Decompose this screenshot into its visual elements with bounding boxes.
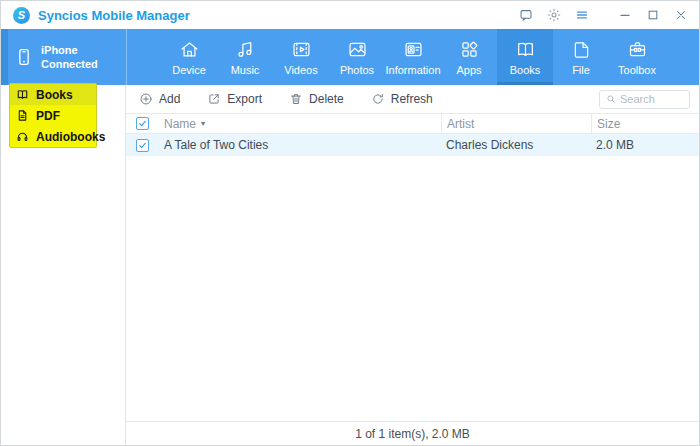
table-header: Name ▾ Artist Size <box>126 113 699 134</box>
tab-label: Books <box>510 64 541 76</box>
row-checkbox[interactable] <box>136 139 149 152</box>
cell-name: A Tale of Two Cities <box>159 138 441 152</box>
tab-file[interactable]: File <box>553 29 609 85</box>
tab-photos[interactable]: Photos <box>329 29 385 85</box>
tab-label: Toolbox <box>618 64 656 76</box>
feedback-icon[interactable] <box>517 7 534 24</box>
column-header-name[interactable]: Name ▾ <box>159 114 441 133</box>
refresh-arrow-icon <box>371 92 385 106</box>
sidebar-item-books[interactable]: Books <box>10 84 96 105</box>
column-header-artist[interactable]: Artist <box>441 114 591 133</box>
tab-device[interactable]: Device <box>161 29 217 85</box>
folder-page-icon <box>571 39 592 60</box>
device-panel[interactable]: iPhone Connected <box>1 29 126 85</box>
tab-label: Videos <box>284 64 317 76</box>
settings-gear-icon[interactable] <box>545 7 562 24</box>
home-icon <box>179 39 200 60</box>
open-book-icon <box>515 39 536 60</box>
app-window: S Syncios Mobile Manager <box>0 0 700 446</box>
close-icon[interactable] <box>672 7 689 24</box>
tab-label: Device <box>172 64 206 76</box>
tab-information[interactable]: Information <box>385 29 441 85</box>
maximize-icon[interactable] <box>644 7 661 24</box>
toolbox-icon <box>627 39 648 60</box>
picture-icon <box>347 39 368 60</box>
refresh-button[interactable]: Refresh <box>371 92 433 106</box>
titlebar: S Syncios Mobile Manager <box>1 1 699 29</box>
tab-label: Music <box>231 64 260 76</box>
tab-label: Photos <box>340 64 374 76</box>
device-status: Connected <box>41 57 98 71</box>
tab-toolbox[interactable]: Toolbox <box>609 29 665 85</box>
refresh-button-label: Refresh <box>391 92 433 106</box>
sidebar-item-audiobooks[interactable]: Audiobooks <box>10 126 96 147</box>
search-icon <box>606 94 616 104</box>
device-strip <box>1 29 8 85</box>
app-title: Syncios Mobile Manager <box>38 8 190 23</box>
export-arrow-icon <box>207 92 221 106</box>
search-input[interactable] <box>620 93 683 105</box>
cell-artist: Charles Dickens <box>441 138 591 152</box>
sidebar-item-pdf[interactable]: PDF <box>10 105 96 126</box>
delete-button[interactable]: Delete <box>289 92 344 106</box>
search-box <box>599 90 690 109</box>
tab-label: Apps <box>456 64 481 76</box>
sidebar-item-label: Audiobooks <box>36 130 105 144</box>
sort-desc-icon: ▾ <box>201 119 205 128</box>
sidebar: Books PDF Audiobooks <box>1 85 126 445</box>
trash-icon <box>289 92 303 106</box>
contact-card-icon <box>403 39 424 60</box>
sidebar-item-label: PDF <box>36 109 60 123</box>
tab-videos[interactable]: Videos <box>273 29 329 85</box>
select-all-checkbox[interactable] <box>136 117 149 130</box>
add-button[interactable]: Add <box>139 92 180 106</box>
highlight-annotation-box: Books PDF Audiobooks <box>9 83 97 148</box>
sidebar-item-label: Books <box>36 88 73 102</box>
nav-tabs: Device Music Videos Photos Information A… <box>126 29 699 85</box>
status-text: 1 of 1 item(s), 2.0 MB <box>355 427 470 441</box>
column-header-size[interactable]: Size <box>591 114 699 133</box>
status-bar: 1 of 1 item(s), 2.0 MB <box>126 421 699 445</box>
music-note-icon <box>235 39 256 60</box>
add-button-label: Add <box>159 92 180 106</box>
export-button[interactable]: Export <box>207 92 262 106</box>
pdf-document-icon <box>16 109 29 122</box>
film-icon <box>291 39 312 60</box>
tab-music[interactable]: Music <box>217 29 273 85</box>
export-button-label: Export <box>227 92 262 106</box>
tab-apps[interactable]: Apps <box>441 29 497 85</box>
toolbar: Add Export Delete Refresh <box>126 85 699 113</box>
minimize-icon[interactable] <box>616 7 633 24</box>
menu-icon[interactable] <box>573 7 590 24</box>
tab-label: File <box>572 64 590 76</box>
table-row[interactable]: A Tale of Two Cities Charles Dickens 2.0… <box>126 134 699 156</box>
iphone-icon <box>14 47 34 67</box>
main-nav-bar: iPhone Connected Device Music Videos Pho… <box>1 29 699 85</box>
table-empty-area <box>126 156 699 421</box>
delete-button-label: Delete <box>309 92 344 106</box>
open-book-icon <box>16 88 29 101</box>
cell-size: 2.0 MB <box>591 138 699 152</box>
apps-grid-icon <box>459 39 480 60</box>
app-logo-icon: S <box>13 7 30 24</box>
tab-books[interactable]: Books <box>497 29 553 85</box>
device-name: iPhone <box>41 43 98 57</box>
plus-circle-icon <box>139 92 153 106</box>
headphones-icon <box>16 130 29 143</box>
tab-label: Information <box>385 64 440 76</box>
